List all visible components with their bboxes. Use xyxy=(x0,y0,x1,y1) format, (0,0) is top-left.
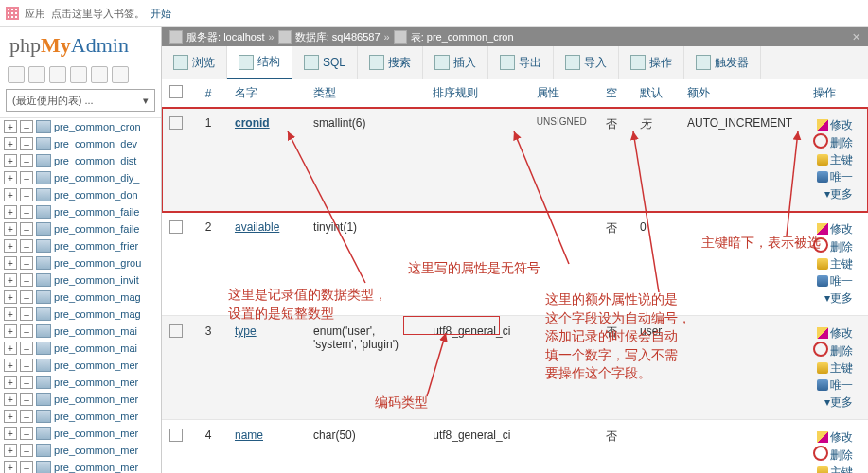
reload-icon[interactable] xyxy=(112,66,129,83)
tree-item[interactable]: +–pre_common_mer xyxy=(0,374,161,391)
expand-icon[interactable]: + xyxy=(4,307,17,321)
expand-icon[interactable]: + xyxy=(4,256,17,270)
more-link[interactable]: ▾更多 xyxy=(824,291,853,305)
expand-icon[interactable]: + xyxy=(4,290,17,304)
phpmyadmin-logo[interactable]: phpMyAdmin xyxy=(0,27,161,63)
tree-item[interactable]: +–pre_common_mer xyxy=(0,357,161,374)
collapse-icon[interactable]: – xyxy=(20,205,33,219)
expand-icon[interactable]: + xyxy=(4,461,17,473)
tree-item[interactable]: +–pre_common_mer xyxy=(0,425,161,442)
expand-icon[interactable]: + xyxy=(4,137,17,150)
col-head-extra[interactable]: 额外 xyxy=(680,79,806,108)
expand-icon[interactable]: + xyxy=(4,427,17,440)
collapse-icon[interactable]: – xyxy=(20,427,33,440)
col-name[interactable]: cronid xyxy=(235,116,270,130)
expand-icon[interactable]: + xyxy=(4,205,17,219)
primary-link[interactable]: 主键 xyxy=(817,153,853,166)
drop-link[interactable]: 删除 xyxy=(813,240,853,254)
tab-6[interactable]: 导入 xyxy=(554,46,619,79)
edit-link[interactable]: 修改 xyxy=(817,118,853,131)
logout-icon[interactable] xyxy=(28,66,45,83)
tree-item[interactable]: +–pre_common_cron xyxy=(0,118,161,135)
col-name[interactable]: name xyxy=(235,429,263,442)
tree-item[interactable]: +–pre_common_mer xyxy=(0,442,161,459)
tab-7[interactable]: 操作 xyxy=(619,46,684,79)
expand-icon[interactable]: + xyxy=(4,171,17,184)
edit-link[interactable]: 修改 xyxy=(817,222,853,236)
expand-icon[interactable]: + xyxy=(4,342,17,355)
tree-item[interactable]: +–pre_common_frier xyxy=(0,237,161,254)
expand-icon[interactable]: + xyxy=(4,222,17,236)
collapse-icon[interactable]: – xyxy=(20,324,33,338)
tree-item[interactable]: +–pre_common_mer xyxy=(0,459,161,473)
row-checkbox[interactable] xyxy=(169,324,183,338)
apps-grid-icon[interactable] xyxy=(6,7,19,20)
expand-icon[interactable]: + xyxy=(4,444,17,457)
collapse-icon[interactable]: – xyxy=(20,273,33,287)
more-link[interactable]: ▾更多 xyxy=(824,395,853,409)
primary-link[interactable]: 主键 xyxy=(817,257,853,271)
collapse-icon[interactable]: – xyxy=(20,359,33,372)
collapse-icon[interactable]: – xyxy=(20,239,33,253)
tab-5[interactable]: 导出 xyxy=(488,46,554,79)
row-checkbox[interactable] xyxy=(169,220,183,234)
tab-0[interactable]: 浏览 xyxy=(162,46,227,79)
row-checkbox[interactable] xyxy=(169,429,183,442)
collapse-icon[interactable]: – xyxy=(20,154,33,167)
tree-item[interactable]: +–pre_common_mer xyxy=(0,391,161,408)
drop-link[interactable]: 删除 xyxy=(813,344,853,358)
tree-item[interactable]: +–pre_common_dist xyxy=(0,152,161,169)
tree-item[interactable]: +–pre_common_faile xyxy=(0,203,161,220)
home-icon[interactable] xyxy=(8,66,25,83)
col-head-collation[interactable]: 排序规则 xyxy=(425,79,529,108)
expand-icon[interactable]: + xyxy=(4,188,17,201)
collapse-icon[interactable]: – xyxy=(20,393,33,406)
server-name[interactable]: localhost xyxy=(223,31,264,43)
tree-item[interactable]: +–pre_common_mai xyxy=(0,323,161,340)
tab-8[interactable]: 触发器 xyxy=(684,46,761,79)
collapse-icon[interactable]: – xyxy=(20,171,33,184)
expand-icon[interactable]: + xyxy=(4,239,17,253)
col-name[interactable]: available xyxy=(235,220,279,234)
col-head-default[interactable]: 默认 xyxy=(632,79,680,108)
collapse-icon[interactable]: – xyxy=(20,290,33,304)
collapse-icon[interactable]: – xyxy=(20,342,33,355)
tab-2[interactable]: SQL xyxy=(292,46,358,79)
col-head-num[interactable]: # xyxy=(198,79,227,108)
tree-item[interactable]: +–pre_common_mer xyxy=(0,408,161,425)
start-link[interactable]: 开始 xyxy=(151,7,171,21)
unique-link[interactable]: 唯一 xyxy=(817,274,853,288)
expand-icon[interactable]: + xyxy=(4,273,17,287)
tree-item[interactable]: +–pre_common_mag xyxy=(0,306,161,323)
tab-4[interactable]: 插入 xyxy=(423,46,488,79)
collapse-icon[interactable]: – xyxy=(20,410,33,423)
apps-label[interactable]: 应用 xyxy=(25,7,45,21)
drop-link[interactable]: 删除 xyxy=(813,448,853,462)
tree-item[interactable]: +–pre_common_mag xyxy=(0,289,161,306)
collapse-icon[interactable]: – xyxy=(20,461,33,473)
expand-icon[interactable]: + xyxy=(4,359,17,372)
col-head-attr[interactable]: 属性 xyxy=(529,79,598,108)
primary-link[interactable]: 主键 xyxy=(817,465,853,473)
col-head-name[interactable]: 名字 xyxy=(227,79,306,108)
expand-icon[interactable]: + xyxy=(4,393,17,406)
tree-item[interactable]: +–pre_common_faile xyxy=(0,220,161,237)
edit-link[interactable]: 修改 xyxy=(817,430,853,444)
col-name[interactable]: type xyxy=(235,324,257,338)
collapse-icon[interactable]: – xyxy=(20,307,33,321)
col-head-type[interactable]: 类型 xyxy=(306,79,425,108)
expand-icon[interactable]: + xyxy=(4,120,17,133)
collapse-icon[interactable]: – xyxy=(20,376,33,389)
row-checkbox[interactable] xyxy=(169,116,183,130)
check-all[interactable] xyxy=(169,85,183,98)
close-icon[interactable]: ✕ xyxy=(852,31,860,44)
collapse-icon[interactable]: – xyxy=(20,444,33,457)
recent-tables-select[interactable]: (最近使用的表) ... ▾ xyxy=(6,89,155,112)
collapse-icon[interactable]: – xyxy=(20,222,33,236)
tree-item[interactable]: +–pre_common_diy_ xyxy=(0,169,161,186)
edit-link[interactable]: 修改 xyxy=(817,326,853,340)
tab-3[interactable]: 搜索 xyxy=(358,46,423,79)
collapse-icon[interactable]: – xyxy=(20,188,33,201)
settings-icon[interactable] xyxy=(91,66,108,83)
unique-link[interactable]: 唯一 xyxy=(817,378,853,392)
